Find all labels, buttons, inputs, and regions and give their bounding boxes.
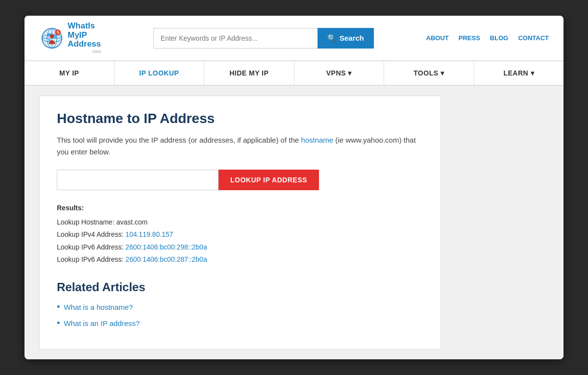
description: This tool will provide you the IP addres…	[57, 134, 423, 158]
logo-myip: MyIP	[68, 31, 101, 40]
result-ipv6-1: Lookup IPv6 Address: 2600:1406:bc00:298:…	[57, 241, 423, 253]
main-content: Hostname to IP Address This tool will pr…	[39, 96, 441, 350]
search-area: 🔍 Search	[153, 28, 374, 49]
svg-point-6	[50, 34, 54, 38]
main-nav: MY IP IP LOOKUP HIDE MY IP VPNS ▾ TOOLS …	[24, 61, 564, 86]
search-input[interactable]	[153, 28, 318, 49]
logo-address: Address	[68, 40, 101, 49]
search-button[interactable]: 🔍 Search	[318, 28, 374, 49]
content-wrapper: Hostname to IP Address This tool will pr…	[24, 86, 564, 359]
related-articles-title: Related Articles	[57, 280, 423, 294]
logo-text: WhatIs MyIP Address .com	[68, 22, 101, 54]
browser-window: WhatIs MyIP Address .com 🔍 Search ABOUT …	[24, 16, 564, 359]
lookup-button[interactable]: LOOKUP IP ADDRESS	[219, 170, 319, 190]
lookup-form: LOOKUP IP ADDRESS	[57, 170, 423, 190]
result-ipv4-label: Lookup IPv4 Address:	[57, 230, 125, 238]
logo-globe-icon	[39, 25, 65, 51]
result-hostname-label: Lookup Hostname:	[57, 218, 116, 226]
result-ipv6-2-link[interactable]: 2600:1406:bc00:287::2b0a	[125, 255, 207, 263]
result-ipv6-1-link[interactable]: 2600:1406:bc00:298::2b0a	[125, 243, 207, 251]
related-articles-list: What is a hostname? What is an IP addres…	[57, 302, 423, 328]
logo-whatis: WhatIs	[68, 22, 101, 31]
related-articles: Related Articles What is a hostname? Wha…	[57, 280, 423, 328]
hostname-link[interactable]: hostname	[301, 136, 333, 144]
hostname-input[interactable]	[57, 170, 219, 190]
result-ipv6-1-label: Lookup IPv6 Address:	[57, 243, 125, 251]
nav-hide-my-ip[interactable]: HIDE MY IP	[204, 61, 294, 85]
list-item: What is an IP address?	[57, 318, 423, 328]
list-item: What is a hostname?	[57, 302, 423, 312]
search-button-label: Search	[340, 34, 364, 42]
site-header: WhatIs MyIP Address .com 🔍 Search ABOUT …	[24, 16, 564, 61]
top-nav-blog[interactable]: BLOG	[490, 34, 509, 42]
nav-vpns[interactable]: VPNS ▾	[294, 61, 385, 85]
related-article-link-1[interactable]: What is a hostname?	[64, 303, 133, 311]
result-ipv4-link[interactable]: 104.119.80.157	[125, 230, 173, 238]
logo-com: .com	[68, 49, 101, 54]
result-ipv6-2-label: Lookup IPv6 Address:	[57, 255, 125, 263]
results-section: Results: Lookup Hostname: avast.com Look…	[57, 202, 423, 266]
nav-ip-lookup[interactable]: IP LOOKUP	[115, 61, 205, 85]
logo-area: WhatIs MyIP Address .com	[39, 22, 101, 54]
description-text-1: This tool will provide you the IP addres…	[57, 136, 301, 144]
result-hostname: Lookup Hostname: avast.com	[57, 216, 423, 228]
results-label: Results:	[57, 202, 423, 214]
nav-learn[interactable]: LEARN ▾	[474, 61, 564, 85]
related-article-link-2[interactable]: What is an IP address?	[64, 319, 140, 327]
top-nav-contact[interactable]: CONTACT	[518, 34, 549, 42]
top-nav: ABOUT PRESS BLOG CONTACT	[426, 34, 549, 42]
result-ipv4: Lookup IPv4 Address: 104.119.80.157	[57, 228, 423, 241]
page-title: Hostname to IP Address	[57, 111, 423, 126]
result-ipv6-2: Lookup IPv6 Address: 2600:1406:bc00:287:…	[57, 253, 423, 266]
nav-tools[interactable]: TOOLS ▾	[384, 61, 474, 85]
top-nav-about[interactable]: ABOUT	[426, 34, 449, 42]
top-nav-press[interactable]: PRESS	[459, 34, 480, 42]
search-icon: 🔍	[327, 34, 337, 43]
nav-my-ip[interactable]: MY IP	[24, 61, 115, 85]
result-hostname-value: avast.com	[116, 218, 147, 226]
sidebar	[451, 96, 549, 350]
